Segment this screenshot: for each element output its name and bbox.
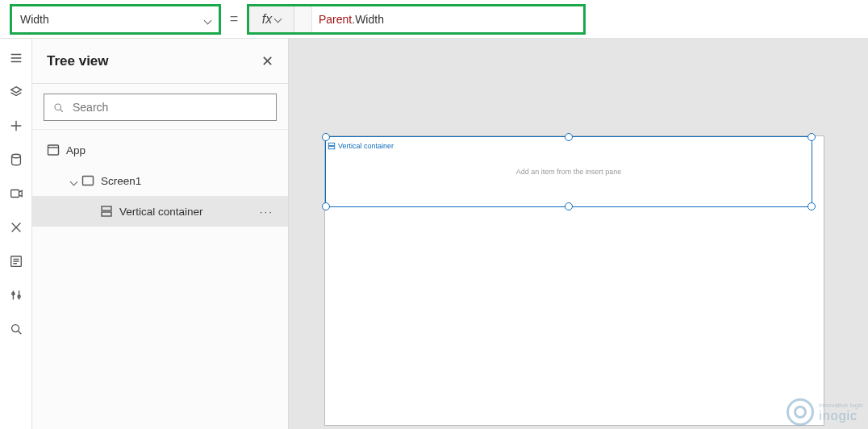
svg-rect-7 — [48, 145, 59, 155]
selected-control-badge: Vertical container — [328, 142, 394, 150]
formula-gutter — [294, 6, 312, 32]
resize-handle[interactable] — [322, 202, 330, 210]
tree-node-vertical-container[interactable]: Vertical container ··· — [32, 196, 288, 227]
database-icon[interactable] — [8, 152, 24, 168]
watermark-tag: innovative logic — [819, 402, 863, 409]
tree-search-input[interactable] — [71, 100, 268, 115]
svg-point-0 — [11, 154, 20, 158]
layers-icon[interactable] — [8, 84, 24, 100]
search-icon[interactable] — [8, 321, 24, 337]
insert-hint: Add an item from the insert pane — [326, 168, 812, 176]
tree-list: App Screen1 Vertical container ··· — [32, 130, 288, 227]
tree-node-screen[interactable]: Screen1 — [32, 165, 288, 196]
screen-icon — [81, 174, 94, 187]
svg-rect-9 — [102, 206, 111, 210]
resize-handle[interactable] — [807, 133, 816, 141]
formula-token-object: Parent — [319, 13, 352, 26]
formula-bar-extension[interactable] — [586, 0, 868, 39]
watermark-brand: inogic — [819, 409, 863, 423]
hamburger-icon[interactable] — [8, 50, 24, 66]
formula-token-member: Width — [355, 13, 384, 26]
tree-view-panel: Tree view ✕ App Screen1 — [32, 39, 289, 429]
left-icon-rail — [0, 39, 32, 429]
equals-label: = — [221, 10, 247, 27]
selected-control-name: Vertical container — [338, 142, 394, 150]
tree-node-app[interactable]: App — [32, 135, 288, 165]
tree-view-title: Tree view — [47, 53, 109, 69]
app-icon — [47, 144, 60, 156]
more-options-icon[interactable]: ··· — [260, 206, 273, 218]
main-area: Tree view ✕ App Screen1 — [0, 39, 868, 429]
watermark-text: innovative logic inogic — [819, 402, 863, 423]
svg-rect-8 — [83, 177, 94, 185]
svg-rect-12 — [328, 147, 335, 149]
media-icon[interactable] — [8, 185, 24, 202]
property-dropdown[interactable]: Width — [10, 4, 221, 35]
settings-icon[interactable] — [8, 287, 24, 303]
resize-handle[interactable] — [565, 202, 573, 210]
watermark-ring-icon — [787, 398, 814, 426]
fx-button[interactable]: fx — [249, 6, 294, 32]
variables-icon[interactable] — [8, 219, 24, 235]
chevron-down-icon — [275, 15, 281, 23]
resize-handle[interactable] — [322, 133, 330, 141]
svg-rect-1 — [10, 190, 19, 198]
resize-handle[interactable] — [565, 133, 573, 141]
svg-point-6 — [55, 104, 61, 110]
chevron-down-icon — [71, 175, 77, 187]
plus-icon[interactable] — [8, 118, 24, 134]
vertical-container-icon — [100, 205, 113, 218]
watermark-logo: innovative logic inogic — [787, 398, 863, 426]
tree-node-label: Vertical container — [119, 206, 203, 218]
formula-input[interactable]: Parent.Width — [312, 6, 583, 32]
tree-node-label: App — [66, 144, 86, 156]
tree-view-header: Tree view ✕ — [32, 39, 288, 84]
selected-control-outline[interactable]: Vertical container Add an item from the … — [325, 136, 812, 207]
tree-search-row — [32, 84, 288, 130]
svg-rect-10 — [102, 212, 111, 216]
screen-canvas[interactable]: Vertical container Add an item from the … — [324, 135, 824, 426]
resize-handle[interactable] — [807, 202, 816, 210]
chevron-down-icon — [205, 13, 211, 26]
vertical-container-icon — [328, 142, 336, 150]
formula-editor-cluster: fx Parent.Width — [247, 4, 586, 35]
tree-search-box[interactable] — [44, 94, 277, 121]
svg-rect-11 — [328, 143, 335, 145]
formula-bar: Width = fx Parent.Width — [0, 0, 868, 39]
search-icon — [52, 102, 65, 114]
property-name: Width — [20, 13, 49, 26]
svg-point-5 — [11, 325, 19, 332]
tree-node-label: Screen1 — [101, 175, 141, 187]
close-icon[interactable]: ✕ — [261, 52, 273, 70]
advanced-icon[interactable] — [8, 253, 24, 269]
fx-label: fx — [262, 12, 272, 27]
canvas-viewport[interactable]: Vertical container Add an item from the … — [289, 39, 868, 429]
